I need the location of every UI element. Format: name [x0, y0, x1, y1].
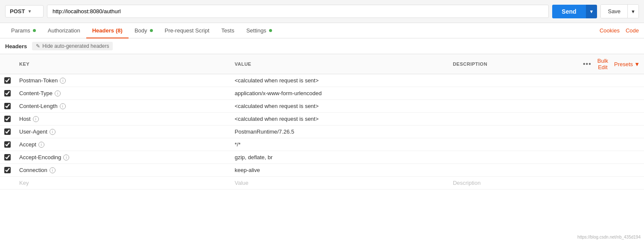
- row-value: <calculated when request is sent>: [230, 100, 448, 113]
- hide-headers-label: Hide auto-generated headers: [42, 43, 109, 49]
- save-btn-group: Save ▼: [600, 4, 639, 18]
- save-dropdown-button[interactable]: ▼: [627, 5, 638, 18]
- row-actions: [579, 87, 644, 100]
- row-actions: [579, 74, 644, 87]
- row-description: [448, 125, 579, 138]
- row-actions: [579, 100, 644, 113]
- cookies-link[interactable]: Cookies: [600, 27, 620, 34]
- hide-headers-icon: ✎: [36, 43, 40, 49]
- row-description: [448, 164, 579, 177]
- row-checkbox[interactable]: [4, 116, 11, 122]
- more-options-button[interactable]: •••: [583, 60, 591, 68]
- row-value: PostmanRuntime/7.26.5: [230, 125, 448, 138]
- row-value: */*: [230, 138, 448, 151]
- table-body: Postman-Tokeni<calculated when request i…: [0, 74, 644, 190]
- row-description: [448, 100, 579, 113]
- code-link[interactable]: Code: [626, 27, 639, 34]
- method-selector[interactable]: POST ▼: [5, 5, 44, 17]
- headers-section-label: Headers: [5, 43, 27, 50]
- row-checkbox[interactable]: [4, 167, 11, 173]
- headers-badge: (8): [116, 27, 123, 34]
- tab-authorization[interactable]: Authorization: [42, 23, 86, 38]
- th-actions: ••• Bulk Edit Presets ▼: [579, 54, 644, 74]
- row-checkbox-cell: [0, 113, 15, 125]
- row-value: <calculated when request is sent>: [230, 74, 448, 87]
- row-value: keep-alive: [230, 164, 448, 177]
- presets-chevron-icon: ▼: [634, 61, 640, 67]
- url-input[interactable]: [47, 5, 549, 18]
- row-actions: [579, 164, 644, 177]
- row-description: [448, 113, 579, 125]
- headers-table: KEY VALUE DESCRIPTION ••• Bulk Edit Pres…: [0, 54, 644, 190]
- row-checkbox-cell: [0, 87, 15, 100]
- method-label: POST: [10, 8, 25, 15]
- tab-params[interactable]: Params: [5, 23, 42, 38]
- placeholder-row: Key Value Description: [0, 177, 644, 190]
- tab-headers[interactable]: Headers (8): [86, 23, 129, 38]
- row-actions: [579, 125, 644, 138]
- info-icon[interactable]: i: [50, 129, 56, 135]
- info-icon[interactable]: i: [60, 103, 66, 109]
- sub-header: Headers ✎ Hide auto-generated headers: [0, 38, 644, 54]
- row-actions: [579, 151, 644, 164]
- row-key: User-Agenti: [15, 125, 230, 138]
- th-description: DESCRIPTION: [448, 54, 579, 74]
- table-row: Content-Lengthi<calculated when request …: [0, 100, 644, 113]
- body-dot: [150, 29, 153, 32]
- tabs-bar: Params Authorization Headers (8) Body Pr…: [0, 23, 644, 38]
- th-check: [0, 54, 15, 74]
- info-icon[interactable]: i: [55, 90, 61, 96]
- row-checkbox[interactable]: [4, 103, 11, 109]
- table-row: User-AgentiPostmanRuntime/7.26.5: [0, 125, 644, 138]
- placeholder-check: [0, 177, 15, 190]
- save-button[interactable]: Save: [601, 5, 627, 18]
- bulk-edit-button[interactable]: Bulk Edit: [597, 58, 608, 70]
- row-key: Content-Lengthi: [15, 100, 230, 113]
- info-icon[interactable]: i: [50, 167, 56, 173]
- send-btn-group: Send ▼: [552, 5, 597, 18]
- th-value: VALUE: [230, 54, 448, 74]
- row-checkbox-cell: [0, 164, 15, 177]
- method-chevron-icon: ▼: [27, 9, 32, 14]
- row-value: gzip, deflate, br: [230, 151, 448, 164]
- info-icon[interactable]: i: [38, 142, 44, 148]
- row-checkbox-cell: [0, 100, 15, 113]
- row-description: [448, 74, 579, 87]
- tab-tests[interactable]: Tests: [215, 23, 240, 38]
- row-actions: [579, 138, 644, 151]
- row-value: <calculated when request is sent>: [230, 113, 448, 125]
- params-dot: [33, 29, 36, 32]
- table-row: Connectionikeep-alive: [0, 164, 644, 177]
- row-checkbox[interactable]: [4, 154, 11, 160]
- tab-body[interactable]: Body: [129, 23, 159, 38]
- row-description: [448, 138, 579, 151]
- table-row: Accept-Encodingigzip, deflate, br: [0, 151, 644, 164]
- row-actions: [579, 113, 644, 125]
- send-button[interactable]: Send: [552, 5, 585, 18]
- row-value: application/x-www-form-urlencoded: [230, 87, 448, 100]
- send-dropdown-button[interactable]: ▼: [586, 5, 597, 18]
- row-checkbox[interactable]: [4, 77, 11, 84]
- row-key: Accept-Encodingi: [15, 151, 230, 164]
- info-icon[interactable]: i: [63, 155, 69, 160]
- th-key: KEY: [15, 54, 230, 74]
- tab-settings[interactable]: Settings: [240, 23, 278, 38]
- table-row: Hosti<calculated when request is sent>: [0, 113, 644, 125]
- presets-button[interactable]: Presets ▼: [614, 61, 640, 67]
- row-description: [448, 151, 579, 164]
- row-checkbox-cell: [0, 125, 15, 138]
- info-icon[interactable]: i: [33, 116, 39, 122]
- row-checkbox[interactable]: [4, 128, 11, 135]
- tab-prerequest[interactable]: Pre-request Script: [159, 23, 216, 38]
- top-bar: POST ▼ Send ▼ Save ▼: [0, 0, 644, 23]
- tabs-right: Cookies Code: [600, 27, 639, 34]
- row-description: [448, 87, 579, 100]
- table-header-row: KEY VALUE DESCRIPTION ••• Bulk Edit Pres…: [0, 54, 644, 74]
- row-checkbox[interactable]: [4, 90, 11, 96]
- info-icon[interactable]: i: [60, 78, 66, 84]
- row-checkbox-cell: [0, 74, 15, 87]
- row-checkbox[interactable]: [4, 141, 11, 148]
- hide-auto-headers-button[interactable]: ✎ Hide auto-generated headers: [32, 42, 113, 50]
- placeholder-value: Value: [230, 177, 448, 190]
- row-key: Connectioni: [15, 164, 230, 177]
